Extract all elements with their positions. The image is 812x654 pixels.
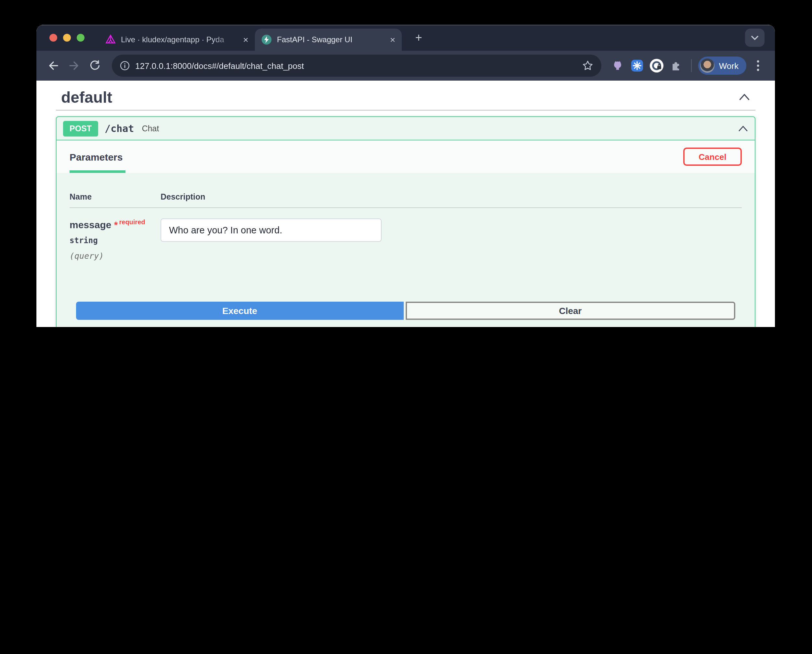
swagger-page: default POST /chat Chat Parameters (37, 81, 775, 327)
column-header-name: Name (70, 193, 161, 202)
tab-strip: Live · kludex/agentapp · Pyda × FastAPI … (37, 25, 775, 51)
extension-github-icon[interactable] (609, 57, 626, 74)
tag-section-header[interactable]: default (61, 84, 750, 110)
section-divider (56, 110, 755, 110)
site-info-icon[interactable] (119, 60, 130, 71)
reload-button[interactable] (86, 57, 104, 75)
window-controls (49, 34, 84, 41)
parameter-row: message *required string (query) (70, 208, 742, 261)
tab-pydantic-live[interactable]: Live · kludex/agentapp · Pyda × (99, 29, 255, 51)
clear-button[interactable]: Clear (405, 302, 735, 320)
extension-snowflake-icon[interactable] (628, 57, 645, 74)
opblock-post-chat: POST /chat Chat Parameters Cancel Name D… (56, 116, 755, 327)
endpoint-path: /chat (105, 122, 134, 134)
column-header-description: Description (161, 193, 205, 202)
tab-close-icon[interactable]: × (390, 35, 395, 44)
parameters-header: Parameters Cancel (57, 141, 755, 173)
reload-icon (89, 60, 101, 72)
url-text[interactable]: 127.0.0.1:8000/docs#/default/chat_chat_p… (135, 61, 582, 70)
opblock-summary[interactable]: POST /chat Chat (57, 117, 755, 141)
chevron-down-icon (751, 35, 759, 40)
tab-close-icon[interactable]: × (243, 35, 248, 44)
profile-chip[interactable]: Work (698, 57, 746, 75)
back-button[interactable] (44, 57, 63, 75)
extension-onepassword-icon[interactable] (648, 57, 665, 74)
close-window-button[interactable] (49, 34, 57, 41)
avatar (700, 58, 714, 73)
tab-title: Live · kludex/agentapp · Pyda (121, 35, 238, 44)
forward-button[interactable] (65, 57, 83, 75)
method-badge: POST (63, 121, 98, 136)
tab-title: FastAPI - Swagger UI (277, 35, 385, 44)
extensions-puzzle-icon[interactable] (668, 57, 685, 74)
message-value-input[interactable] (161, 219, 382, 242)
param-type: string (70, 236, 161, 245)
browser-toolbar: 127.0.0.1:8000/docs#/default/chat_chat_p… (37, 51, 775, 81)
execute-bar: Execute Clear (76, 302, 735, 320)
address-bar[interactable]: 127.0.0.1:8000/docs#/default/chat_chat_p… (112, 55, 601, 77)
profile-label: Work (719, 61, 739, 70)
parameters-body: Name Description message *required strin… (57, 173, 755, 327)
back-arrow-icon (47, 59, 60, 72)
tab-parameters[interactable]: Parameters (70, 141, 122, 173)
parameters-table-head: Name Description (70, 193, 742, 208)
zoom-window-button[interactable] (77, 34, 84, 41)
endpoint-summary: Chat (142, 124, 738, 133)
toolbar-divider (691, 59, 692, 72)
param-name: message (70, 219, 111, 230)
fastapi-icon (261, 34, 272, 45)
opblock-collapse-icon[interactable] (738, 125, 748, 131)
parameter-name-cell: message *required string (query) (70, 219, 161, 261)
cancel-button[interactable]: Cancel (683, 148, 742, 166)
browser-window: Live · kludex/agentapp · Pyda × FastAPI … (37, 25, 775, 327)
param-location: (query) (70, 251, 161, 261)
screenshot-stage: Live · kludex/agentapp · Pyda × FastAPI … (0, 0, 812, 327)
tab-search-button[interactable] (745, 29, 765, 47)
section-collapse-icon[interactable] (739, 93, 750, 101)
new-tab-button[interactable]: + (411, 30, 427, 46)
required-asterisk: * (114, 219, 118, 230)
minimize-window-button[interactable] (63, 34, 71, 41)
tab-fastapi-swagger[interactable]: FastAPI - Swagger UI × (255, 29, 402, 51)
browser-menu-button[interactable] (749, 57, 767, 75)
bookmark-star-icon[interactable] (582, 60, 593, 72)
kebab-menu-icon (757, 60, 759, 72)
section-title: default (61, 88, 112, 106)
execute-button[interactable]: Execute (76, 302, 404, 320)
forward-arrow-icon (67, 59, 81, 72)
parameter-value-cell (161, 219, 382, 261)
pydantic-icon (106, 34, 116, 45)
required-label: required (119, 219, 145, 226)
